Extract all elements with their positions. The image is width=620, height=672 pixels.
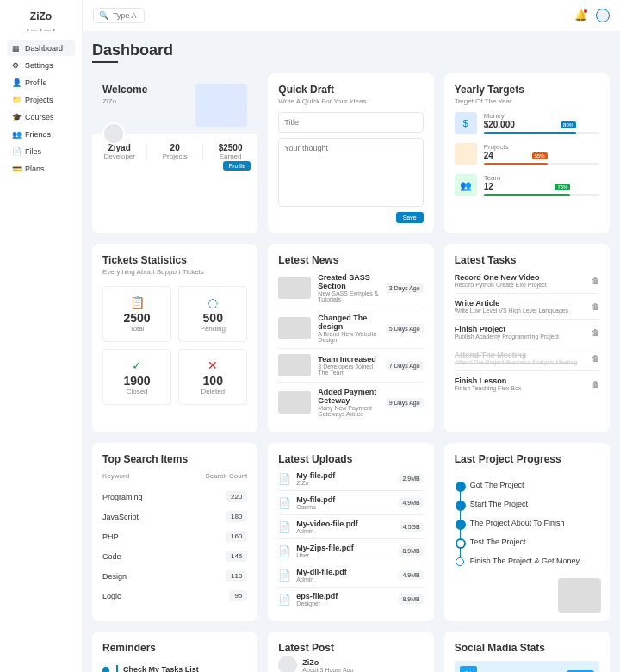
dashboard-icon: ▦ — [12, 44, 21, 53]
profile-icon: 👤 — [12, 78, 21, 87]
tasks-card: Latest Tasks Record One New VideoRecord … — [444, 244, 610, 432]
tasks-title: Latest Tasks — [455, 254, 599, 266]
task-item: Finish ProjectPublish Academy Programmin… — [455, 320, 599, 345]
news-item: Changed The designA Brand New Website De… — [278, 308, 423, 349]
progress-step: Finish The Project & Get Money — [470, 551, 599, 570]
latest-post-card: Latest Post ZiZo About 3 Houer Ago Lorem… — [268, 632, 433, 672]
file-icon: 📄 — [278, 473, 291, 485]
social-tw: 𝕏90K FollowersFollow — [455, 661, 599, 672]
draft-body-input[interactable] — [278, 138, 423, 207]
reminder-item: Check My Tasks List28/09/2022 12:00am — [102, 661, 247, 672]
search-row: Programing220 — [102, 487, 247, 507]
welcome-stat: ZiyadDeveloper — [92, 143, 147, 160]
news-image — [278, 354, 311, 376]
logo-decoration: • — • — • — [7, 26, 75, 34]
file-icon: 📄 — [278, 594, 291, 606]
plans-icon: 💳 — [12, 165, 21, 173]
welcome-title: Welcome — [102, 84, 147, 96]
nav-profile[interactable]: 👤Profile — [7, 75, 75, 90]
ticket-box: ✓1900Closed — [102, 349, 171, 405]
page-title: Dashboard — [92, 41, 610, 59]
tw-icon: 𝕏 — [460, 666, 477, 672]
search-input[interactable] — [113, 11, 139, 20]
nav-courses[interactable]: 🎓Courses — [7, 109, 75, 125]
news-title: Letest News — [278, 254, 423, 266]
file-icon: 📄 — [278, 545, 291, 557]
project-progress-card: Last Project Progress Got The ProjectSta… — [444, 443, 610, 621]
draft-title: Quick Draft — [278, 84, 423, 96]
targets-sub: Target Of The Year — [455, 97, 599, 105]
nav-dashboard[interactable]: ▦Dashboard — [7, 40, 75, 56]
search-row: Code145 — [102, 546, 247, 566]
topbar: 🔍 🔔 — [82, 0, 620, 31]
nav-plans[interactable]: 💳Plans — [7, 161, 75, 177]
trash-icon[interactable]: 🗑 — [592, 302, 599, 311]
trash-icon[interactable]: 🗑 — [592, 380, 599, 389]
friends-icon: 👥 — [12, 130, 21, 139]
welcome-illustration — [195, 84, 247, 127]
social-stats-card: Social Madia Stats 𝕏90K FollowersFollowf… — [444, 632, 610, 672]
notification-icon[interactable]: 🔔 — [574, 9, 587, 22]
news-time: 9 Days Ago — [386, 398, 424, 408]
targets-title: Yearly Targets — [455, 84, 599, 96]
news-card: Letest News Created SASS SectionNew SASS… — [268, 244, 433, 432]
draft-sub: Write A Quick For Your Ideas — [278, 97, 423, 105]
tickets-title: Tickets Statistics — [102, 254, 247, 266]
user-avatar[interactable] — [596, 9, 610, 22]
settings-icon: ⚙ — [12, 61, 21, 70]
reminders-title: Reminders — [102, 642, 247, 654]
trash-icon[interactable]: 🗑 — [592, 354, 599, 363]
upload-item: 📄eps-file.pdfDesigner8.9MB — [278, 588, 423, 611]
ticket-box: ✕100Deleted — [178, 349, 247, 405]
yearly-targets-card: Yearly Targets Target Of The Year $Money… — [444, 73, 610, 233]
search-icon: 🔍 — [99, 11, 108, 20]
trash-icon[interactable]: 🗑 — [592, 328, 599, 337]
news-time: 3 Days Ago — [386, 283, 424, 293]
welcome-name: ZiZo — [102, 97, 147, 105]
team-icon: 👥 — [455, 174, 477, 196]
welcome-stat: $2500Earned — [203, 143, 257, 160]
news-item: Added Payment GetewayMany New Payment Ga… — [278, 383, 423, 422]
search-box[interactable]: 🔍 — [93, 8, 145, 23]
target-projects: Projects2455% — [455, 143, 599, 165]
file-icon: 📄 — [278, 521, 291, 533]
task-item: Write ArticleWrite Low Level VS High Lev… — [455, 294, 599, 320]
social-title: Social Madia Stats — [455, 642, 599, 654]
upload-item: 📄My-file.pdfOsama4.9MB — [278, 491, 423, 515]
title-underline — [92, 61, 118, 63]
save-button[interactable]: Save — [396, 212, 424, 223]
welcome-stat: 20Projects — [147, 143, 202, 160]
quick-draft-card: Quick Draft Write A Quick For Your Ideas… — [268, 73, 433, 233]
reminders-card: Reminders Check My Tasks List28/09/2022 … — [92, 632, 257, 672]
tickets-sub: Everything About Support Tickets — [102, 268, 247, 276]
post-title: Latest Post — [278, 642, 423, 654]
task-item: Finish LessonFinish Teaching Flex Box🗑 — [455, 371, 599, 396]
search-items-card: Top Search Items Keyword Search Count Pr… — [92, 443, 257, 621]
money-icon: $ — [455, 112, 477, 134]
progress-title: Last Project Progress — [455, 453, 599, 465]
ticket-box: 📋2500Total — [102, 286, 171, 342]
nav-friends[interactable]: 👥Friends — [7, 127, 75, 142]
uploads-title: Latest Uploads — [278, 453, 423, 465]
ticket-box: ◌500Pending — [178, 286, 247, 342]
count-header: Search Count — [205, 472, 247, 480]
progress-step: Got The Project — [470, 476, 599, 495]
launch-illustration — [558, 578, 601, 613]
profile-button[interactable]: Profile — [223, 161, 251, 171]
uploads-card: Latest Uploads 📄My-file.pdfZiZo2.9MB📄My-… — [268, 443, 433, 621]
nav-settings[interactable]: ⚙Settings — [7, 58, 75, 73]
search-row: Design110 — [102, 566, 247, 586]
progress-step: Test The Project — [470, 532, 599, 551]
nav-files[interactable]: 📄Files — [7, 144, 75, 159]
trash-icon[interactable]: 🗑 — [592, 277, 599, 285]
upload-item: 📄My-Zips-file.pdfUser8.9MB — [278, 539, 423, 563]
news-item: Team Increased3 Developers Joined The Te… — [278, 349, 423, 383]
nav-projects[interactable]: 📁Projects — [7, 92, 75, 108]
file-icon: 📄 — [278, 569, 291, 582]
task-item: Record One New VideoRecord Python Create… — [455, 268, 599, 294]
upload-item: 📄My-file.pdfZiZo2.9MB — [278, 467, 423, 491]
draft-title-input[interactable] — [278, 112, 423, 133]
target-money: $Money$20.00080% — [455, 112, 599, 134]
news-image — [278, 317, 311, 339]
search-row: Logic95 — [102, 586, 247, 606]
